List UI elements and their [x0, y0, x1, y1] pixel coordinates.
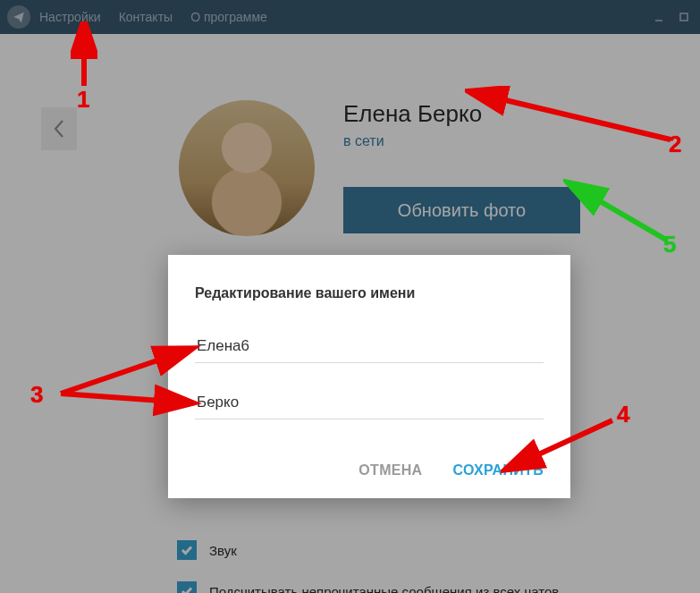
save-button[interactable]: СОХРАНИТЬ [452, 462, 544, 479]
cancel-button[interactable]: ОТМЕНА [358, 462, 422, 479]
dialog-title: Редактирование вашего имени [195, 285, 544, 301]
first-name-input[interactable] [195, 330, 544, 363]
edit-name-dialog: Редактирование вашего имени ОТМЕНА СОХРА… [168, 255, 570, 498]
last-name-input[interactable] [195, 386, 544, 419]
